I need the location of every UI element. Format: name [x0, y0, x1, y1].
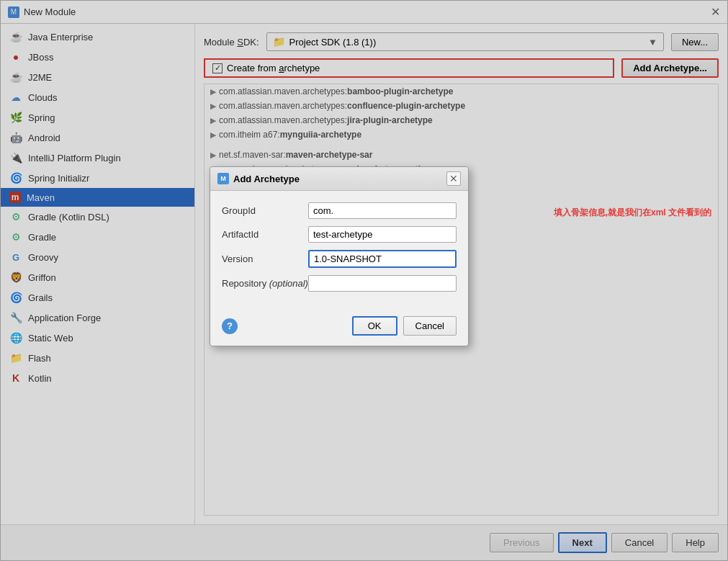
dialog-button-group: OK Cancel	[352, 316, 457, 336]
dialog-close-button[interactable]: ✕	[446, 171, 461, 186]
artifactid-input[interactable]	[308, 226, 457, 243]
repository-label: Repository (optional)	[222, 278, 308, 289]
add-archetype-dialog: M Add Archetype ✕ GroupId ArtifactId Ver…	[210, 166, 469, 346]
groupid-field-row: GroupId	[222, 202, 457, 219]
dialog-title-icon: M	[217, 173, 229, 184]
dialog-overlay: M Add Archetype ✕ GroupId ArtifactId Ver…	[1, 1, 727, 560]
version-input[interactable]	[308, 250, 457, 268]
groupid-label: GroupId	[222, 205, 308, 216]
dialog-title-content: M Add Archetype	[217, 173, 300, 184]
groupid-input[interactable]	[308, 202, 457, 219]
version-field-row: Version	[222, 250, 457, 268]
version-label: Version	[222, 253, 308, 264]
repository-input[interactable]	[308, 275, 457, 292]
dialog-cancel-button[interactable]: Cancel	[403, 316, 457, 336]
dialog-body: GroupId ArtifactId Version Repository (o…	[210, 191, 468, 310]
new-module-window: M New Module ✕ ☕ Java Enterprise ● JBoss…	[0, 0, 728, 561]
annotation-text: 填入骨架信息,就是我们在xml 文件看到的	[554, 206, 711, 220]
artifactid-field-row: ArtifactId	[222, 226, 457, 243]
dialog-title-bar: M Add Archetype ✕	[210, 167, 468, 191]
dialog-title: Add Archetype	[233, 174, 300, 184]
artifactid-label: ArtifactId	[222, 229, 308, 240]
ok-button[interactable]: OK	[352, 316, 397, 336]
help-icon[interactable]: ?	[222, 318, 238, 334]
dialog-footer: ? OK Cancel	[210, 310, 468, 346]
repository-field-row: Repository (optional)	[222, 275, 457, 292]
